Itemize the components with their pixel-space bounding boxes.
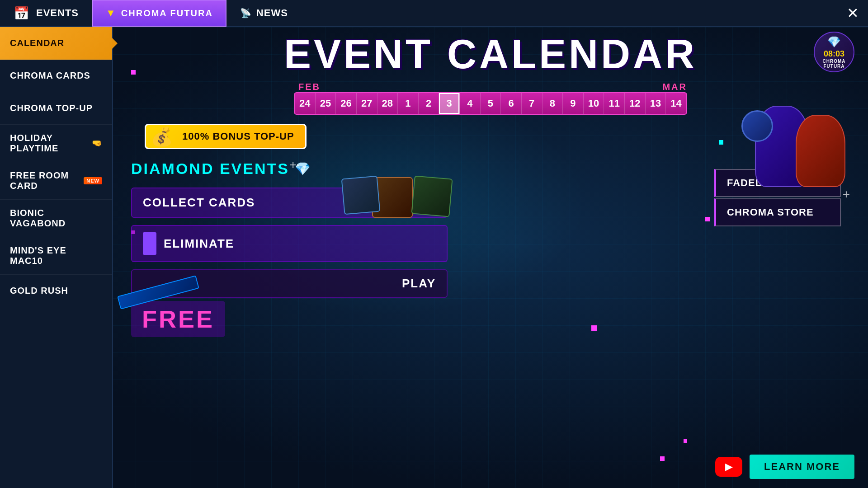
- sidebar-item-free-room[interactable]: FREE ROOM CARD NEW: [0, 162, 112, 200]
- chroma-badge-time: 08:03: [824, 49, 844, 59]
- sidebar: CALENDAR CHROMA CARDS CHROMA TOP-UP HOLI…: [0, 27, 113, 488]
- character-group: [719, 106, 845, 205]
- sidebar-item-gold-rush[interactable]: GOLD RUSH: [0, 275, 112, 307]
- holiday-arrow-icon: 🤜: [92, 138, 102, 148]
- youtube-button[interactable]: ▶: [715, 457, 742, 477]
- plus-icon-1: +: [289, 158, 297, 172]
- card-art: [343, 177, 451, 218]
- sidebar-item-chroma-cards[interactable]: CHROMA CARDS: [0, 60, 112, 92]
- date-2[interactable]: 2: [419, 93, 439, 114]
- sidebar-label-chroma-cards: CHROMA CARDS: [10, 70, 90, 81]
- top-nav: 📅 EVENTS ▼ CHROMA FUTURA 📡 NEWS ✕: [0, 0, 868, 27]
- date-3[interactable]: 3: [439, 93, 460, 114]
- date-27[interactable]: 27: [357, 93, 377, 114]
- youtube-icon: ▶: [725, 461, 733, 473]
- month-mar: MAR: [662, 82, 687, 92]
- sidebar-item-bionic[interactable]: BIONIC VAGABOND: [0, 200, 112, 237]
- close-button[interactable]: ✕: [847, 5, 859, 22]
- date-1[interactable]: 1: [398, 93, 419, 114]
- free-section: FREE: [131, 305, 850, 333]
- news-label: NEWS: [256, 7, 288, 19]
- collect-cards-section[interactable]: COLLECT CARDS: [131, 188, 448, 218]
- date-4[interactable]: 4: [460, 93, 481, 114]
- events-label: EVENTS: [36, 7, 79, 19]
- main-content: EVENT CALENDAR FEB MAR 24 25 26 27 28 1 …: [113, 27, 868, 488]
- date-9[interactable]: 9: [563, 93, 584, 114]
- sidebar-label-free-room: FREE ROOM CARD: [10, 170, 80, 191]
- sidebar-label-gold-rush: GOLD RUSH: [10, 286, 68, 296]
- chroma-icon: ▼: [106, 7, 117, 19]
- diamond-icon: 💎: [295, 161, 312, 176]
- weapon-shape: [117, 275, 199, 310]
- date-25[interactable]: 25: [316, 93, 336, 114]
- chroma-store-label: CHROMA STORE: [727, 206, 814, 218]
- page-title: EVENT CALENDAR: [131, 34, 850, 75]
- sidebar-item-calendar[interactable]: CALENDAR: [0, 27, 112, 60]
- date-26[interactable]: 26: [336, 93, 357, 114]
- sidebar-label-minds-eye: MIND'S EYE MAC10: [10, 245, 102, 266]
- card-3: [411, 175, 453, 217]
- learn-more-button[interactable]: LEARN MORE: [750, 455, 854, 479]
- bottom-right-actions: ▶ LEARN MORE: [715, 455, 854, 479]
- chroma-badge: 💎 08:03 CHROMAFUTURA: [814, 32, 854, 72]
- events-area: 💰 100% BONUS TOP-UP + FADED WHEEL CHROMA…: [131, 124, 850, 333]
- card-1: [341, 176, 381, 215]
- char-2: [796, 115, 845, 187]
- diamond-events-text: DIAMOND EVENTS: [131, 160, 289, 178]
- topup-label: 100% BONUS TOP-UP: [182, 131, 294, 142]
- date-7[interactable]: 7: [522, 93, 542, 114]
- date-11[interactable]: 11: [604, 93, 625, 114]
- chroma-label: CHROMA FUTURA: [121, 8, 213, 19]
- collect-cards-label: COLLECT CARDS: [143, 196, 255, 210]
- sidebar-label-chroma-topup: CHROMA TOP-UP: [10, 103, 93, 113]
- sidebar-item-holiday[interactable]: HOLIDAY PLAYTIME 🤜: [0, 125, 112, 162]
- chroma-badge-icon: 💎: [827, 36, 841, 48]
- nav-chroma-button[interactable]: ▼ CHROMA FUTURA: [92, 0, 226, 27]
- topup-icon: 💰: [151, 126, 174, 147]
- eliminate-deco: [143, 232, 156, 255]
- month-feb: FEB: [294, 82, 321, 92]
- new-badge: NEW: [84, 177, 102, 184]
- calendar-icon: 📅: [14, 6, 30, 21]
- char-badge: [741, 110, 773, 142]
- play-label: PLAY: [402, 277, 436, 291]
- sidebar-label-calendar: CALENDAR: [10, 38, 64, 48]
- date-28[interactable]: 28: [377, 93, 398, 114]
- date-24[interactable]: 24: [295, 93, 316, 114]
- weapon-art: [118, 274, 208, 310]
- chroma-badge-label: CHROMAFUTURA: [823, 59, 846, 69]
- sidebar-item-chroma-topup[interactable]: CHROMA TOP-UP: [0, 92, 112, 125]
- nav-events[interactable]: 📅 EVENTS: [0, 6, 92, 21]
- date-10[interactable]: 10: [584, 93, 604, 114]
- date-5[interactable]: 5: [481, 93, 501, 114]
- sidebar-label-bionic: BIONIC VAGABOND: [10, 208, 102, 229]
- month-labels: FEB MAR: [294, 82, 687, 92]
- dates-row: 24 25 26 27 28 1 2 3 4 5 6 7 8 9 10 11 1…: [294, 92, 687, 115]
- date-14[interactable]: 14: [666, 93, 686, 114]
- live-icon: 📡: [240, 8, 252, 19]
- eliminate-section[interactable]: ELIMINATE: [131, 225, 448, 262]
- date-8[interactable]: 8: [542, 93, 563, 114]
- sidebar-item-minds-eye[interactable]: MIND'S EYE MAC10: [0, 237, 112, 275]
- date-6[interactable]: 6: [501, 93, 522, 114]
- date-12[interactable]: 12: [625, 93, 646, 114]
- eliminate-label: ELIMINATE: [164, 237, 234, 251]
- nav-live[interactable]: 📡 NEWS: [226, 7, 302, 19]
- date-13[interactable]: 13: [646, 93, 666, 114]
- topup-banner[interactable]: 💰 100% BONUS TOP-UP: [145, 124, 307, 149]
- sidebar-label-holiday: HOLIDAY PLAYTIME: [10, 133, 88, 154]
